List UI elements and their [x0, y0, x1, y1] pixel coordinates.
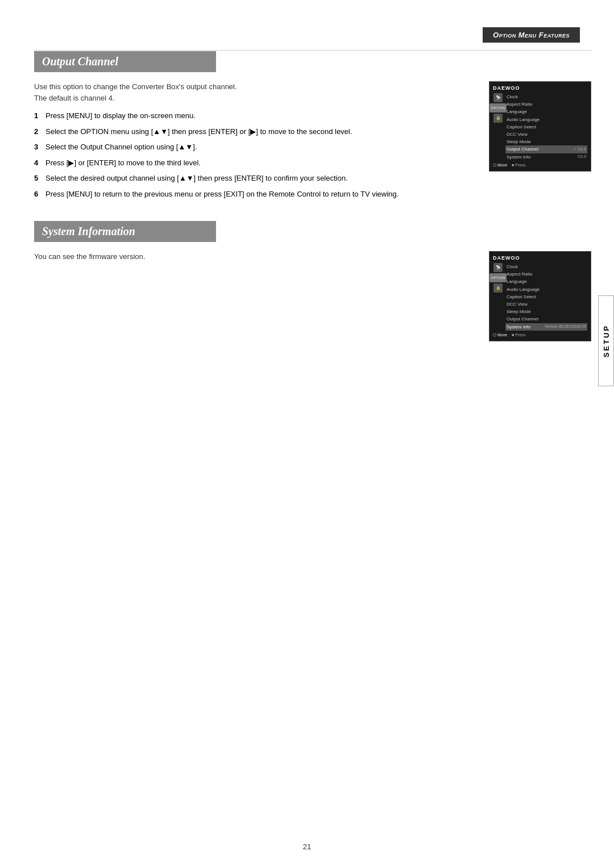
menu-item-row: System InfoVersion BK2E0NSACW — [505, 323, 587, 331]
menu-item-row: Aspect Ratio — [505, 101, 587, 108]
menu-footer: ⬡ Move■ Press. — [493, 163, 587, 168]
step-3-num: 3 — [34, 141, 42, 153]
menu-item-row: Sleep Mode — [505, 308, 587, 315]
page-header: Option Menu Features — [483, 27, 580, 43]
menu-item-label: Language — [507, 108, 527, 115]
step-3-text: Select the Output Channel option using [… — [45, 141, 472, 153]
menu-item-row: Aspect Ratio — [505, 270, 587, 278]
menu-item-label: System Info — [507, 324, 530, 330]
menu-item-row: Language — [505, 108, 587, 115]
setup-side-tab: SETUP — [598, 295, 614, 386]
output-channel-text: Use this option to change the Converter … — [34, 81, 472, 204]
step-5: 5 Select the desired output channel usin… — [34, 173, 472, 184]
menu-item-label: Output Channel — [507, 146, 538, 152]
menu-item-value: Ch.3 — [578, 154, 586, 160]
menu-items-wrapper: 📡OPTION🔒ClockAspect RatioLanguageAudio L… — [493, 263, 587, 331]
step-3: 3 Select the Output Channel option using… — [34, 141, 472, 153]
menu-item-row: DCC View — [505, 301, 587, 308]
menu-item-label: Caption Select — [507, 294, 536, 300]
menu-item-label: Clock — [507, 264, 518, 270]
menu-item-label: Output Channel — [507, 316, 538, 322]
menu-item-label: Sleep Mode — [507, 139, 531, 145]
menu-brand: DAEWOO — [493, 85, 587, 91]
menu-icon-option: OPTION — [489, 273, 507, 282]
menu-item-row: Audio Language — [505, 286, 587, 293]
menu-item-row: System InfoCh.3 — [505, 153, 587, 161]
menu-footer-press: ■ Press. — [512, 333, 526, 337]
output-channel-section: Output Channel Use this option to change… — [34, 51, 591, 204]
menu-item-label: Audio Language — [507, 286, 540, 293]
header-divider — [34, 50, 591, 51]
step-4: 4 Press [▶] or [ENTER] to move to the th… — [34, 157, 472, 169]
menu-icon-lock: 🔒 — [493, 114, 503, 123]
system-info-intro: You can see the firmware version. — [34, 251, 472, 262]
step-5-num: 5 — [34, 173, 42, 184]
output-channel-body: Use this option to change the Converter … — [34, 81, 591, 204]
step-4-text: Press [▶] or [ENTER] to move to the thir… — [45, 157, 472, 169]
system-info-title-bar: System Information — [34, 221, 216, 242]
output-channel-steps: 1 Press [MENU] to display the on-screen … — [34, 110, 472, 199]
step-1-num: 1 — [34, 110, 42, 122]
menu-footer-move: ⬡ Move — [493, 163, 507, 168]
menu-footer: ⬡ Move■ Press. — [493, 333, 587, 337]
menu-item-row: Sleep Mode — [505, 138, 587, 145]
menu-item-row: Caption Select — [505, 293, 587, 301]
system-info-body: You can see the firmware version. DAEWOO… — [34, 251, 591, 341]
menu-item-label: Aspect Ratio — [507, 101, 532, 107]
step-1: 1 Press [MENU] to display the on-screen … — [34, 110, 472, 122]
system-info-title: System Information — [42, 225, 135, 237]
page-number: 21 — [303, 842, 311, 851]
step-6-text: Press [MENU] to return to the previous m… — [45, 189, 472, 200]
output-channel-title: Output Channel — [42, 55, 118, 68]
menu-item-label: Audio Language — [507, 116, 540, 123]
menu-item-label: Aspect Ratio — [507, 271, 532, 277]
menu-icons-col: 📡OPTION🔒 — [493, 263, 503, 331]
menu-item-row: DCC View — [505, 131, 587, 138]
step-2: 2 Select the OPTION menu using [▲▼] then… — [34, 126, 472, 137]
system-info-text: You can see the firmware version. — [34, 251, 472, 269]
menu-item-label: DCC View — [507, 131, 528, 137]
menu-list-col: ClockAspect RatioLanguageAudio LanguageC… — [505, 93, 587, 161]
menu-item-row: Caption Select — [505, 123, 587, 131]
menu-item-row: Clock — [505, 263, 587, 270]
menu-icon-antenna: 📡 — [493, 93, 503, 102]
menu-item-label: System Info — [507, 154, 530, 160]
step-6: 6 Press [MENU] to return to the previous… — [34, 189, 472, 200]
menu-icons-col: 📡OPTION🔒 — [493, 93, 503, 161]
output-channel-intro: Use this option to change the Converter … — [34, 81, 472, 103]
system-info-menu-screenshot: DAEWOO📡OPTION🔒ClockAspect RatioLanguageA… — [489, 251, 591, 341]
menu-item-value: Version BK2E0NSACW — [545, 324, 586, 329]
menu-footer-press: ■ Press. — [512, 163, 526, 167]
menu-items-wrapper: 📡OPTION🔒ClockAspect RatioLanguageAudio L… — [493, 93, 587, 161]
menu-item-label: DCC View — [507, 301, 528, 307]
system-info-section: System Information You can see the firmw… — [34, 221, 591, 341]
header-title: Option Menu Features — [493, 31, 570, 39]
menu-item-label: Clock — [507, 94, 518, 100]
menu-item-label: Language — [507, 278, 527, 285]
menu-footer-move: ⬡ Move — [493, 333, 507, 337]
step-1-text: Press [MENU] to display the on-screen me… — [45, 110, 472, 122]
menu-item-label: Caption Select — [507, 124, 536, 130]
menu-item-row: Output Channel✓ Ch.4 — [505, 145, 587, 153]
step-2-text: Select the OPTION menu using [▲▼] then p… — [45, 126, 472, 137]
step-5-text: Select the desired output channel using … — [45, 173, 472, 184]
menu-icon-antenna: 📡 — [493, 263, 503, 272]
step-2-num: 2 — [34, 126, 42, 137]
menu-item-row: Language — [505, 278, 587, 285]
side-tab-label: SETUP — [602, 324, 611, 357]
menu-icon-option: OPTION — [489, 103, 507, 112]
menu-icon-lock: 🔒 — [493, 283, 503, 293]
step-6-num: 6 — [34, 189, 42, 200]
menu-item-row: Output Channel — [505, 315, 587, 323]
menu-item-label: Sleep Mode — [507, 308, 531, 315]
output-channel-menu-screenshot: DAEWOO📡OPTION🔒ClockAspect RatioLanguageA… — [489, 81, 591, 172]
menu-item-value: ✓ Ch.4 — [573, 147, 586, 152]
output-channel-title-bar: Output Channel — [34, 51, 216, 72]
menu-list-col: ClockAspect RatioLanguageAudio LanguageC… — [505, 263, 587, 331]
menu-item-row: Clock — [505, 93, 587, 101]
main-content: Output Channel Use this option to change… — [34, 51, 591, 823]
menu-item-row: Audio Language — [505, 116, 587, 123]
menu-brand: DAEWOO — [493, 255, 587, 261]
step-4-num: 4 — [34, 157, 42, 169]
